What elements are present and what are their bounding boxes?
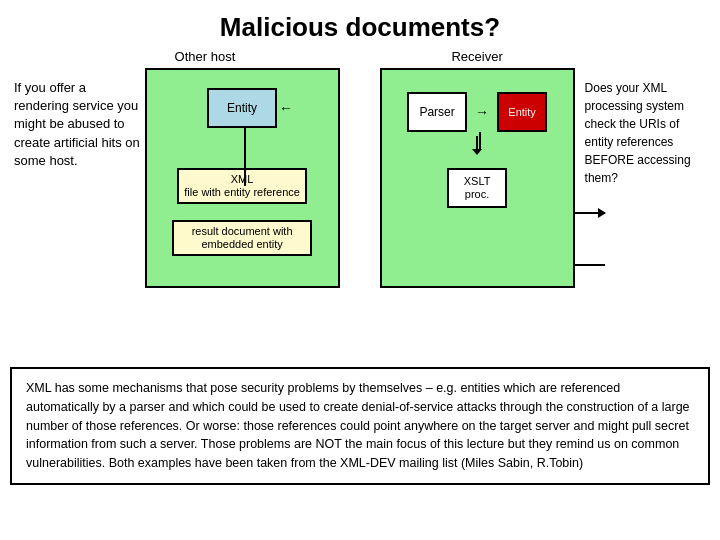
result-doc-label: result document withembedded entity <box>192 225 293 251</box>
bottom-paragraph: XML has some mechanisms that pose securi… <box>10 367 710 485</box>
arrow-down-xslt <box>476 136 478 150</box>
xslt-label: XSLTproc. <box>464 175 491 201</box>
left-text-line3: might be abused to <box>14 115 145 133</box>
page-title: Malicious documents? <box>0 0 720 49</box>
left-description: If you offer a rendering service you mig… <box>10 49 145 170</box>
left-text-line1: If you offer a <box>14 79 145 97</box>
left-text-line5: some host. <box>14 152 145 170</box>
receiver-box: Parser → Entity XSLTproc. <box>380 68 575 288</box>
vert-connector-recv <box>479 132 481 150</box>
xml-file-box: XMLfile with entity reference <box>177 168 307 204</box>
receiver-container: Receiver Parser → Entity XSLTproc. <box>380 49 575 288</box>
entity-box-other: Entity <box>207 88 277 128</box>
other-host-label: Other host <box>175 49 340 64</box>
result-doc-box: result document withembedded entity <box>172 220 312 256</box>
other-host-box: Entity XMLfile with entity reference res… <box>145 68 340 288</box>
other-host-container: Other host Entity XMLfile with entity re… <box>145 49 340 288</box>
receiver-label: Receiver <box>380 49 575 64</box>
right-description: Does your XML processing system check th… <box>575 49 710 187</box>
left-text-line4: create artificial hits on <box>14 134 145 152</box>
parser-entity-row: Parser → Entity <box>407 92 547 132</box>
xml-file-label: XMLfile with entity reference <box>184 173 300 199</box>
left-text-line2: rendering service you <box>14 97 145 115</box>
vert-line-other <box>244 128 246 186</box>
xslt-box: XSLTproc. <box>447 168 507 208</box>
entity-box-receiver: Entity <box>497 92 547 132</box>
arrow-parser-entity: → <box>475 104 489 120</box>
parser-box: Parser <box>407 92 467 132</box>
